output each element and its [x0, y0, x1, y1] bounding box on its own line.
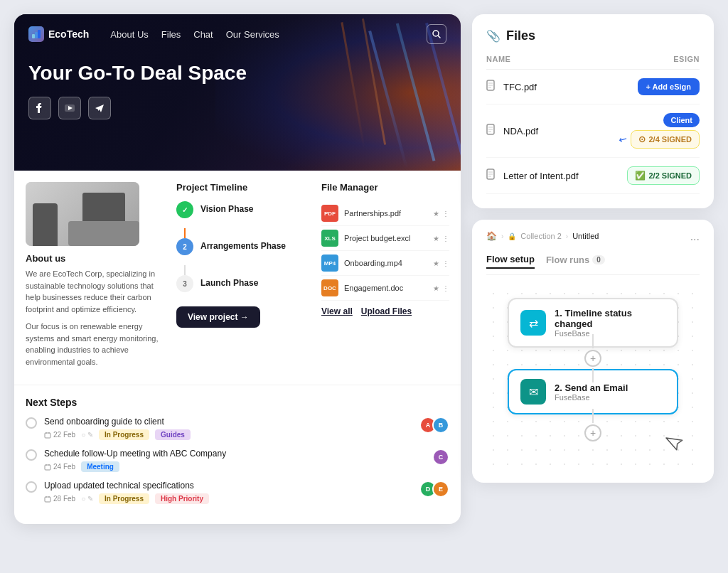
task-meta-3: 28 Feb ○ ✎ In Progress High Priority: [44, 493, 412, 504]
connector-inner-2: +: [584, 409, 601, 441]
file-item-4: DOC Engagement.doc ★ ⋮: [321, 276, 449, 301]
task-tag-meeting-2: Meeting: [81, 461, 119, 472]
check-icon-2: ⊙: [638, 134, 646, 144]
facebook-button[interactable]: [28, 97, 51, 119]
timeline-connector-1: [184, 228, 186, 238]
files-table: NAME ESIGN TFC.: [486, 55, 700, 194]
nav-chat[interactable]: Chat: [193, 29, 213, 40]
breadcrumb-collection[interactable]: Collection 2: [520, 232, 561, 240]
upload-files-link[interactable]: Upload Files: [361, 306, 412, 316]
file-menu-3[interactable]: ⋮: [442, 259, 449, 267]
flow-more-button[interactable]: ···: [690, 233, 700, 246]
file-star-4[interactable]: ★: [433, 284, 439, 292]
search-button[interactable]: [427, 24, 446, 44]
svg-line-4: [438, 36, 440, 38]
task-checkbox-1[interactable]: [26, 417, 37, 429]
timeline-item-3: 3 Launch Phase: [176, 275, 313, 292]
flow-node-info-2: 2. Send an Email FuseBase: [555, 382, 665, 402]
paperclip-icon: 📎: [486, 29, 500, 43]
file-star-2[interactable]: ★: [433, 235, 439, 242]
task-date-1: 22 Feb: [44, 431, 75, 439]
avatar-group-3: D E: [419, 481, 449, 498]
navbar: EcoTech About Us Files Chat Our Services: [14, 14, 461, 54]
file-star-1[interactable]: ★: [433, 210, 439, 218]
nav-about[interactable]: About Us: [110, 29, 148, 40]
file-row-left-2: NDA.pdf: [486, 124, 538, 138]
flow-node-icon-2: ✉: [520, 379, 546, 405]
file-menu-1[interactable]: ⋮: [442, 210, 449, 218]
flow-node-title-2: 2. Send an Email: [555, 382, 665, 393]
about-image: [26, 182, 139, 246]
timeline-dot-1: ✓: [176, 201, 193, 218]
tab-flow-runs[interactable]: Flow runs 0: [546, 254, 605, 269]
cursor-icon: [663, 431, 688, 459]
svg-rect-0: [32, 34, 35, 38]
signed-text-3: 2/2 SIGNED: [648, 171, 692, 180]
file-row-left-1: TFC.pdf: [486, 80, 537, 94]
svg-rect-1: [35, 32, 38, 38]
check-icon-3: ✅: [635, 171, 646, 181]
task-title-2: Schedule follow-Up meeting with ABC Comp…: [44, 449, 425, 459]
task-icons-3: ○ ✎: [81, 495, 93, 503]
breadcrumb-home[interactable]: 🏠: [486, 231, 497, 241]
arrow-icon: ↙: [617, 132, 630, 146]
task-checkbox-2[interactable]: [26, 449, 37, 461]
avatar-group-1: A B: [419, 417, 449, 434]
flow-card-header: 🏠 › 🔒 Collection 2 › Untitled ···: [486, 231, 700, 248]
file-row-3: Letter of Intent.pdf ✅ 2/2 SIGNED: [486, 158, 700, 194]
nav-links: About Us Files Chat Our Services: [110, 29, 412, 40]
flow-tabs: Flow setup Flow runs 0: [486, 254, 700, 275]
task-tag-high-priority-3: High Priority: [155, 493, 209, 504]
nav-files[interactable]: Files: [161, 29, 181, 40]
col-esign-label: ESIGN: [673, 55, 700, 63]
task-meta-1: 22 Feb ○ ✎ In Progress Guides: [44, 429, 412, 440]
file-manager: File Manager PDF Partnerships.pdf ★ ⋮ XL…: [321, 182, 449, 373]
file-item-2: XLS Project budget.excl ★ ⋮: [321, 226, 449, 251]
signed-text-2: 2/4 SIGNED: [648, 135, 692, 144]
mp4-icon-3: MP4: [321, 255, 338, 272]
esign-area-2: Client ↙ ⊙ 2/4 SIGNED: [619, 113, 700, 149]
breadcrumb-current: Untitled: [572, 232, 599, 240]
file-star-3[interactable]: ★: [433, 259, 439, 267]
file-actions-3: ★ ⋮: [433, 259, 449, 267]
main-container: EcoTech About Us Files Chat Our Services…: [14, 14, 714, 559]
brand-name: EcoTech: [48, 28, 89, 40]
task-checkbox-3[interactable]: [26, 481, 37, 493]
view-project-button[interactable]: View project →: [176, 306, 260, 328]
file-name-3: Onboarding.mp4: [344, 259, 427, 267]
view-all-link[interactable]: View all: [321, 306, 353, 316]
timeline-label-2: Arrangements Phase: [200, 238, 286, 251]
telegram-button[interactable]: [88, 97, 111, 119]
flow-add-button-2[interactable]: +: [584, 424, 601, 441]
task-tag-in-progress-1: In Progress: [99, 429, 149, 440]
svg-rect-13: [45, 497, 50, 502]
flow-add-button-1[interactable]: +: [584, 350, 601, 367]
file-row-2: NDA.pdf Client ↙ ⊙ 2/4 SIGNED: [486, 105, 700, 158]
timeline-connector-2: [184, 265, 186, 275]
files-card: 📎 Files NAME ESIGN: [472, 14, 714, 208]
svg-rect-7: [45, 433, 50, 438]
hero-section: EcoTech About Us Files Chat Our Services…: [14, 14, 461, 171]
col-name-label: NAME: [486, 55, 510, 63]
nav-services[interactable]: Our Services: [226, 29, 279, 40]
file-menu-2[interactable]: ⋮: [442, 235, 449, 242]
hero-title: Your Go-To Deal Space: [28, 61, 446, 85]
file-actions-1: ★ ⋮: [433, 210, 449, 218]
logo-icon: [28, 26, 44, 42]
task-tag-guides-1: Guides: [155, 429, 191, 440]
task-content-2: Schedule follow-Up meeting with ABC Comp…: [44, 449, 425, 472]
youtube-button[interactable]: [58, 97, 81, 119]
right-panel: 📎 Files NAME ESIGN: [472, 14, 714, 483]
svg-rect-10: [45, 465, 50, 470]
next-steps-title: Next Steps: [26, 397, 449, 408]
project-timeline: Project Timeline ✓ Vision Phase 2 Arrang…: [168, 182, 321, 373]
xlsx-icon-2: XLS: [321, 230, 338, 247]
pdf-icon-1: PDF: [321, 205, 338, 222]
file-actions-2: ★ ⋮: [433, 235, 449, 242]
lock-icon: 🔒: [508, 232, 516, 240]
file-row-name-1: TFC.pdf: [503, 82, 537, 92]
file-menu-4[interactable]: ⋮: [442, 284, 449, 292]
tab-flow-setup[interactable]: Flow setup: [486, 254, 535, 269]
task-content-1: Send onboarding guide to client 22 Feb ○…: [44, 417, 412, 440]
add-esign-button-1[interactable]: + Add eSign: [638, 78, 700, 95]
